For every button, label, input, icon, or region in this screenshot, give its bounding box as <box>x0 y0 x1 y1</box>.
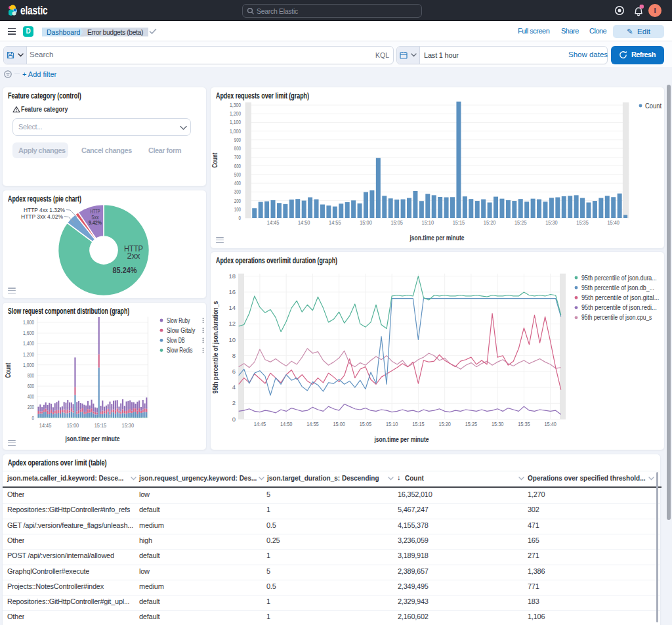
svg-text:95th percentile of json.gital.: 95th percentile of json.gital... <box>581 293 659 301</box>
svg-text:100: 100 <box>234 205 241 213</box>
svg-text:15:25: 15:25 <box>514 219 527 226</box>
svg-text:2xx: 2xx <box>127 251 141 261</box>
svg-text:6: 6 <box>232 368 236 375</box>
svg-text:15:15: 15:15 <box>412 420 425 427</box>
svg-text:15:30: 15:30 <box>492 420 504 427</box>
svg-text:16: 16 <box>228 288 236 295</box>
svg-text:9.42%: 9.42% <box>89 219 102 226</box>
svg-text:14:55: 14:55 <box>306 420 319 427</box>
svg-text:400: 400 <box>234 179 241 186</box>
svg-text:800: 800 <box>234 144 241 152</box>
svg-text:14:45: 14:45 <box>254 420 266 427</box>
svg-text:json.time per minute: json.time per minute <box>65 435 120 442</box>
svg-text:1,000: 1,000 <box>230 127 241 135</box>
svg-text:1,300: 1,300 <box>230 101 241 108</box>
svg-text:15:30: 15:30 <box>122 421 135 429</box>
svg-text:1,200: 1,200 <box>230 110 241 117</box>
svg-text:Count: Count <box>4 362 12 377</box>
svg-text:0: 0 <box>32 414 34 421</box>
svg-text:700: 700 <box>234 153 241 160</box>
svg-text:4: 4 <box>232 383 236 391</box>
svg-text:300: 300 <box>234 188 241 195</box>
svg-text:85.24%: 85.24% <box>113 266 137 275</box>
svg-text:18: 18 <box>228 272 236 280</box>
svg-text:1,000: 1,000 <box>23 361 34 368</box>
svg-text:1,100: 1,100 <box>230 118 241 125</box>
svg-text:10: 10 <box>228 336 236 343</box>
svg-text:95th percentile of json.db_...: 95th percentile of json.db_... <box>581 284 654 291</box>
svg-text:Count: Count <box>645 102 662 110</box>
svg-text:12: 12 <box>228 320 236 327</box>
svg-text:HTTP 3xx 4.02%: HTTP 3xx 4.02% <box>21 213 63 220</box>
svg-text:400: 400 <box>28 393 34 400</box>
svg-text:15:20: 15:20 <box>438 420 451 427</box>
svg-text:600: 600 <box>28 382 34 389</box>
svg-text:14:55: 14:55 <box>329 219 341 226</box>
svg-text:0: 0 <box>232 416 236 423</box>
svg-text:14:45: 14:45 <box>39 421 52 429</box>
svg-text:1,600: 1,600 <box>23 329 34 336</box>
svg-text:15:30: 15:30 <box>545 219 558 226</box>
svg-text:8: 8 <box>232 352 236 359</box>
svg-text:15:40: 15:40 <box>544 420 556 427</box>
svg-text:15:40: 15:40 <box>607 219 620 226</box>
svg-text:500: 500 <box>234 171 241 178</box>
svg-text:15:35: 15:35 <box>576 219 589 226</box>
svg-text:15:35: 15:35 <box>518 420 530 427</box>
svg-text:Slow Redis: Slow Redis <box>167 346 193 354</box>
svg-text:200: 200 <box>234 197 241 204</box>
svg-text:15:00: 15:00 <box>360 219 372 226</box>
svg-text:95th percentile of json.dura..: 95th percentile of json.dura... <box>581 274 657 282</box>
svg-text:15:00: 15:00 <box>333 420 345 427</box>
svg-text:14:50: 14:50 <box>298 219 310 226</box>
svg-text:15:00: 15:00 <box>67 421 79 429</box>
svg-text:15:20: 15:20 <box>484 219 496 226</box>
svg-text:900: 900 <box>234 136 241 143</box>
svg-text:200: 200 <box>28 403 34 410</box>
svg-text:15:15: 15:15 <box>94 421 107 429</box>
svg-text:1,200: 1,200 <box>23 351 34 358</box>
svg-text:600: 600 <box>234 162 241 169</box>
svg-text:15:10: 15:10 <box>422 219 434 226</box>
svg-text:15:10: 15:10 <box>386 420 398 427</box>
svg-text:15:15: 15:15 <box>453 219 465 226</box>
svg-text:Slow Gitaly: Slow Gitaly <box>167 326 196 334</box>
svg-text:2: 2 <box>232 399 236 406</box>
svg-text:15:05: 15:05 <box>360 420 372 427</box>
svg-text:800: 800 <box>28 372 34 379</box>
svg-text:14:50: 14:50 <box>280 420 293 427</box>
svg-text:0: 0 <box>239 214 241 221</box>
svg-text:json.time per minute: json.time per minute <box>410 234 465 242</box>
svg-text:json.time per minute: json.time per minute <box>374 435 429 443</box>
svg-text:1,400: 1,400 <box>23 339 34 347</box>
svg-text:15:05: 15:05 <box>390 219 403 226</box>
svg-text:14:45: 14:45 <box>267 219 280 226</box>
svg-text:Slow DB: Slow DB <box>167 336 185 344</box>
svg-text:15:25: 15:25 <box>465 420 478 427</box>
svg-text:95th percentile of json.redi..: 95th percentile of json.redi... <box>581 303 657 311</box>
svg-text:Slow Ruby: Slow Ruby <box>167 316 190 324</box>
svg-text:1,800: 1,800 <box>23 318 34 326</box>
svg-text:Count: Count <box>211 152 219 167</box>
svg-text:95th percentile of json.cpu_s: 95th percentile of json.cpu_s <box>581 313 652 321</box>
svg-text:95th percentile of json.durati: 95th percentile of json.duration_s <box>212 301 219 393</box>
svg-text:14: 14 <box>228 304 236 311</box>
